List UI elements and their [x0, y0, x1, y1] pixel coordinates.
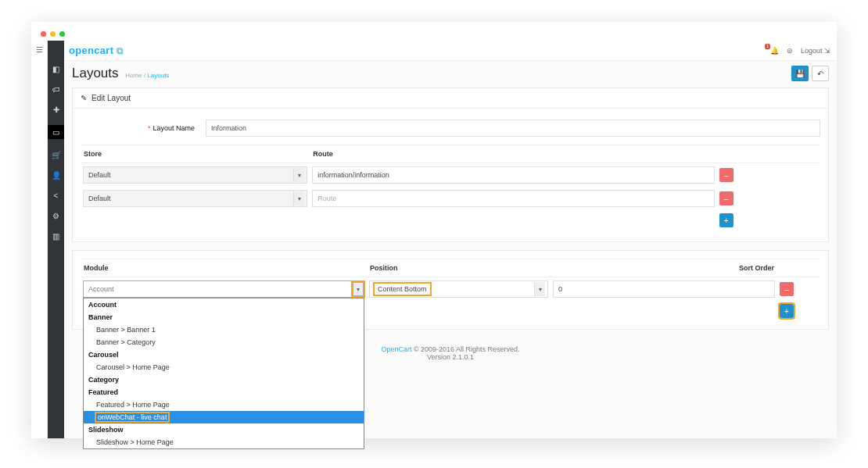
- module-select[interactable]: Account ▾: [83, 280, 364, 298]
- table-row: Default▾ information/information –: [81, 163, 820, 188]
- col-sort: Sort Order: [551, 259, 777, 277]
- breadcrumb-current[interactable]: Layouts: [147, 72, 169, 79]
- share-icon[interactable]: <: [52, 191, 61, 200]
- table-row: Default▾ Route –: [81, 187, 820, 210]
- logout-link[interactable]: Logout ⇲: [801, 47, 830, 55]
- chevron-down-icon[interactable]: ▾: [353, 282, 364, 296]
- sort-order-input[interactable]: 0: [553, 280, 775, 298]
- page-title: Layouts: [72, 66, 119, 80]
- position-value: Content Bottom: [375, 284, 430, 295]
- list-item[interactable]: Featured: [84, 386, 364, 398]
- route-input[interactable]: information/information: [312, 166, 714, 184]
- list-item-selected[interactable]: onWebChat - live chat: [84, 411, 364, 423]
- globe-icon[interactable]: ⊜: [787, 47, 793, 55]
- user-icon[interactable]: 👤: [52, 170, 61, 180]
- brand-logo[interactable]: opencart⧉: [69, 45, 124, 56]
- notification-badge: 1: [765, 44, 770, 49]
- module-panel: Module Position Sort Order Account: [72, 250, 829, 330]
- col-store: Store: [81, 145, 310, 163]
- chevron-down-icon: ▾: [534, 282, 545, 296]
- list-item[interactable]: Slideshow > Home Page: [84, 436, 364, 448]
- list-item[interactable]: Featured > Home Page: [84, 398, 364, 411]
- add-module-button[interactable]: +: [780, 304, 794, 318]
- puzzle-icon[interactable]: ✚: [52, 105, 61, 114]
- chevron-down-icon: ▾: [293, 168, 304, 182]
- design-icon[interactable]: ▭: [48, 125, 64, 139]
- layout-name-input[interactable]: [206, 120, 820, 137]
- mac-window-controls: [41, 31, 65, 37]
- topbar: opencart⧉ 🔔1 ⊜ Logout ⇲: [64, 41, 837, 61]
- back-button[interactable]: ↶: [812, 66, 829, 81]
- panel-heading: ✎ Edit Layout: [73, 88, 828, 109]
- col-position: Position: [367, 259, 551, 277]
- col-module: Module: [81, 259, 367, 277]
- gear-icon[interactable]: ⚙: [52, 211, 61, 220]
- edit-layout-panel: ✎ Edit Layout *Layout Name: [72, 88, 829, 242]
- col-route: Route: [310, 145, 716, 163]
- module-dropdown: Account Banner Banner > Banner 1 Banner …: [83, 298, 364, 449]
- list-item[interactable]: Category: [84, 373, 364, 386]
- layout-name-label: *Layout Name: [81, 124, 206, 132]
- notifications-icon[interactable]: 🔔1: [770, 47, 779, 55]
- collapse-sidebar-toggle[interactable]: ☰: [31, 41, 48, 438]
- save-button[interactable]: 💾: [791, 66, 809, 81]
- list-item[interactable]: Banner > Banner 1: [84, 323, 364, 336]
- route-input[interactable]: Route: [312, 190, 714, 207]
- list-item[interactable]: Banner > Category: [84, 336, 364, 348]
- breadcrumb-home[interactable]: Home: [125, 72, 142, 79]
- breadcrumb: Home / Layouts: [125, 72, 169, 79]
- list-item[interactable]: Banner: [84, 311, 364, 323]
- chevron-down-icon: ▾: [293, 191, 304, 205]
- module-table: Module Position Sort Order Account: [81, 259, 820, 321]
- admin-sidebar: ◧ 🏷 ✚ ▭ 🛒 👤 < ⚙ ▥: [48, 41, 64, 438]
- list-item[interactable]: Carousel: [84, 348, 364, 361]
- remove-module-button[interactable]: –: [780, 282, 794, 296]
- store-select[interactable]: Default▾: [83, 190, 307, 207]
- cart-glyph-icon: ⧉: [117, 45, 124, 56]
- cart-icon[interactable]: 🛒: [52, 150, 61, 159]
- dashboard-icon[interactable]: ◧: [52, 64, 61, 73]
- list-item[interactable]: Slideshow: [84, 423, 364, 436]
- add-row-button[interactable]: +: [719, 213, 733, 227]
- pencil-icon: ✎: [81, 94, 87, 102]
- position-select[interactable]: Content Bottom ▾: [369, 280, 548, 298]
- remove-row-button[interactable]: –: [719, 191, 733, 205]
- tag-icon[interactable]: 🏷: [52, 84, 61, 94]
- store-route-table: Store Route Default▾: [81, 145, 820, 230]
- chart-icon[interactable]: ▥: [52, 231, 61, 241]
- table-row: Account ▾ Account Banner Banner > Banner…: [81, 277, 820, 302]
- store-select[interactable]: Default▾: [83, 166, 307, 184]
- remove-row-button[interactable]: –: [719, 168, 733, 182]
- list-item[interactable]: Carousel > Home Page: [84, 361, 364, 373]
- list-item[interactable]: Account: [84, 298, 364, 311]
- footer-link[interactable]: OpenCart: [381, 345, 411, 353]
